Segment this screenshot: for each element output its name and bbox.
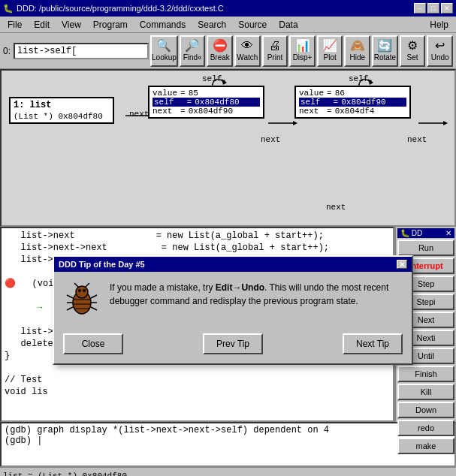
maximize-button[interactable]: □	[427, 3, 439, 14]
svg-line-17	[74, 283, 79, 288]
node-value85: value = 85 self = 0x804df80 next = 0x804…	[148, 86, 264, 119]
svg-text:self.: self.	[349, 74, 373, 83]
tip-dialog-title-text: DDD Tip of the Day #5	[59, 260, 145, 269]
tip-bug-icon	[63, 281, 101, 318]
input-label: 0:	[3, 46, 11, 56]
menu-edit[interactable]: Edit	[28, 18, 56, 32]
run-button[interactable]: Run	[397, 240, 454, 256]
node-value86: value = 86 self = 0x804df90 next = 0x804…	[294, 86, 411, 119]
right-panel-title: 🐛 DD ✕	[397, 228, 454, 238]
finish-button[interactable]: Finish	[397, 366, 454, 382]
console-line: (gdb) graph display *(list->next->next->…	[5, 425, 451, 435]
console-line: (gdb) |	[5, 435, 451, 446]
menu-view[interactable]: View	[56, 18, 87, 32]
title-bar: 🐛 DDD: /public/source/programming/ddd-3.…	[0, 0, 456, 17]
down-button[interactable]: Down	[397, 402, 454, 418]
svg-line-19	[67, 295, 73, 298]
toolbar: 0: 🔍 Lookup 🔎 Find« ⛔ Break 👁 Watch 🖨 Pr…	[0, 33, 456, 69]
lookup-button[interactable]: 🔍 Lookup	[150, 35, 178, 67]
svg-marker-5	[293, 121, 297, 125]
svg-text:next: next	[326, 203, 346, 212]
code-line: // Test	[5, 374, 390, 386]
svg-line-21	[67, 307, 73, 310]
svg-point-16	[83, 289, 86, 292]
svg-marker-7	[222, 79, 227, 85]
menu-help[interactable]: Help	[424, 18, 454, 32]
svg-point-15	[78, 289, 81, 292]
next-label-1: next	[129, 110, 149, 119]
svg-line-22	[91, 295, 97, 298]
lookup-icon: 🔍	[156, 40, 171, 52]
next-tip-button[interactable]: Next Tip	[343, 333, 403, 354]
menu-commands[interactable]: Commands	[134, 18, 192, 32]
print-button[interactable]: 🖨 Print	[262, 35, 288, 67]
close-button[interactable]: ✕	[441, 3, 453, 14]
make-button[interactable]: make	[397, 438, 454, 454]
menu-bar: File Edit View Program Commands Search S…	[0, 17, 456, 33]
undo-icon: ↩	[435, 40, 445, 52]
svg-text:next: next	[261, 135, 280, 144]
disp-button[interactable]: 📊 Disp+	[289, 35, 316, 67]
svg-text:next: next	[407, 135, 427, 144]
node-list: 1: list (List *) 0x804df80	[9, 97, 114, 124]
tip-text: If you made a mistake, try Edit→Undo. Th…	[110, 281, 403, 308]
menu-program[interactable]: Program	[87, 18, 134, 32]
menu-file[interactable]: File	[2, 18, 28, 32]
svg-marker-8	[368, 79, 373, 85]
kill-button[interactable]: Kill	[397, 384, 454, 400]
find-button[interactable]: 🔎 Find«	[180, 35, 206, 67]
plot-button[interactable]: 📈 Plot	[317, 35, 343, 67]
break-button[interactable]: ⛔ Break	[207, 35, 233, 67]
code-line: list->next->next = new List(a_global + s…	[5, 242, 390, 254]
hide-icon: 🙈	[350, 40, 365, 52]
svg-point-14	[76, 286, 88, 298]
tip-close-button[interactable]: ✕	[397, 260, 407, 269]
undo-button[interactable]: ↩ Undo	[427, 35, 453, 67]
watch-icon: 👁	[241, 40, 253, 52]
svg-text:self.: self.	[202, 74, 227, 83]
current-arrow: →	[37, 303, 42, 313]
watch-button[interactable]: 👁 Watch	[234, 35, 261, 67]
disp-icon: 📊	[295, 40, 310, 52]
menu-search[interactable]: Search	[192, 18, 232, 32]
svg-marker-11	[443, 121, 448, 125]
print-icon: 🖨	[269, 40, 281, 52]
console-area: (gdb) graph display *(list->next->next->…	[0, 422, 456, 467]
app-icon: 🐛	[3, 4, 14, 14]
status-text: list = (List *) 0x804df80	[3, 471, 127, 477]
rotate-button[interactable]: 🔄 Rotate	[372, 35, 398, 67]
set-icon: ⚙	[407, 40, 418, 52]
code-line: void lis	[5, 386, 390, 398]
rotate-icon: 🔄	[377, 40, 392, 52]
prev-tip-button[interactable]: Prev Tip	[203, 333, 263, 354]
menu-source[interactable]: Source	[232, 18, 273, 32]
status-bar: list = (List *) 0x804df80	[0, 467, 456, 476]
minimize-button[interactable]: −	[414, 3, 426, 14]
command-input[interactable]	[14, 43, 149, 59]
graph-area: self. self. next next next 1: list	[0, 69, 456, 227]
redo-button[interactable]: redo	[397, 420, 454, 436]
window-title: DDD: /public/source/programming/ddd-3.2/…	[17, 4, 224, 13]
code-line: list->next = new List(a_global + start++…	[5, 230, 390, 242]
svg-line-24	[91, 307, 97, 310]
stop-icon: 🔴	[5, 279, 16, 289]
break-icon: ⛔	[213, 40, 228, 52]
menu-data[interactable]: Data	[273, 18, 303, 32]
tip-dialog: DDD Tip of the Day #5 ✕	[53, 255, 413, 365]
svg-line-18	[85, 283, 89, 288]
tip-close-button-bottom[interactable]: Close	[63, 333, 123, 354]
set-button[interactable]: ⚙ Set	[400, 35, 426, 67]
plot-icon: 📈	[322, 40, 337, 52]
hide-button[interactable]: 🙈 Hide	[344, 35, 370, 67]
find-icon: 🔎	[185, 40, 200, 52]
right-panel-close[interactable]: ✕	[445, 229, 451, 237]
